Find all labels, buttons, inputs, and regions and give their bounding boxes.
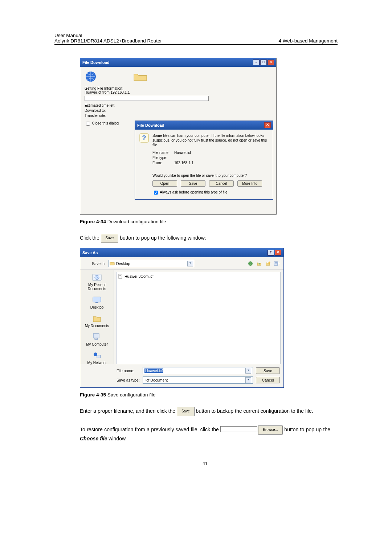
place-mycomp[interactable]: My Computer	[86, 332, 108, 346]
place-mydocs[interactable]: My Documents	[85, 314, 109, 328]
security-title: File Download	[137, 123, 164, 127]
download-to-label: Download to:	[85, 108, 273, 113]
header-manual: User Manual	[54, 33, 162, 38]
security-dialog: File Download ✕ ? Some files can harm yo…	[135, 121, 273, 200]
cancel-button[interactable]: Cancel	[209, 180, 234, 187]
click-save-line: Click the Save button to pop up the foll…	[80, 234, 330, 243]
progress-title: File Download	[82, 60, 110, 65]
header-section: 4 Web-based Management	[278, 38, 338, 44]
chevron-down-icon: ▾	[245, 377, 251, 383]
folder-icon	[133, 71, 148, 82]
restore-paragraph: To restore configuration from a previous…	[80, 425, 330, 443]
open-button[interactable]: Open	[152, 180, 177, 187]
save-button[interactable]: Save	[181, 180, 205, 187]
save-as-dialog: Save As ? ✕ Save in: Desktop ▾	[80, 248, 284, 388]
svg-rect-15	[97, 355, 101, 358]
saveas-save-button[interactable]: Save	[256, 367, 280, 374]
security-close-button[interactable]: ✕	[264, 122, 271, 128]
back-icon[interactable]	[247, 260, 254, 267]
page-number: 41	[80, 461, 330, 466]
maximize-button[interactable]: □	[260, 60, 267, 65]
filetype-label: File type:	[152, 155, 174, 160]
views-icon[interactable]	[273, 260, 280, 267]
file-icon	[118, 274, 123, 279]
always-ask-label: Always ask before opening this type of f…	[160, 190, 227, 194]
always-ask-checkbox[interactable]	[154, 191, 158, 195]
new-folder-icon[interactable]	[265, 260, 271, 267]
svg-rect-7	[275, 264, 277, 264]
savein-value: Desktop	[116, 261, 130, 266]
savein-combobox[interactable]: Desktop ▾	[109, 260, 194, 267]
from-label: From:	[152, 160, 174, 166]
place-desktop[interactable]: Desktop	[90, 295, 104, 309]
saveas-close-button[interactable]: ✕	[275, 250, 281, 256]
saveas-title: Save As	[82, 250, 98, 255]
inline-browse-button[interactable]: Browse...	[258, 425, 283, 435]
security-titlebar: File Download ✕	[135, 121, 273, 130]
inline-save-button-1[interactable]: Save	[101, 234, 119, 243]
chevron-down-icon: ▾	[245, 368, 251, 374]
desktop-folder-icon	[110, 261, 115, 266]
backup-paragraph: Enter a proper filename, and then click …	[80, 407, 330, 416]
type-value: .icf Document	[144, 378, 168, 382]
up-folder-icon[interactable]	[256, 260, 262, 267]
svg-rect-10	[93, 297, 101, 302]
svg-text:?: ?	[142, 134, 146, 142]
svg-point-3	[248, 261, 253, 266]
places-bar: My Recent Documents Desktop My Documents…	[80, 270, 114, 364]
progress-titlebar: File Download – □ ✕	[80, 58, 276, 67]
file-list[interactable]: Huawei-3Com.icf	[116, 272, 281, 364]
filename-field-label: File name:	[114, 368, 143, 373]
filename-label: File name:	[152, 150, 174, 155]
progress-bar	[85, 96, 209, 101]
svg-rect-18	[119, 276, 121, 276]
close-dialog-checkbox[interactable]	[86, 122, 90, 126]
more-info-button[interactable]: More Info	[237, 180, 262, 187]
saveas-titlebar: Save As ? ✕	[80, 248, 283, 257]
svg-rect-6	[275, 262, 277, 263]
minimize-button[interactable]: –	[253, 60, 260, 65]
filename-input-value: Huawei.icf	[144, 368, 163, 373]
filename-input[interactable]: Huawei.icf ▾	[143, 367, 253, 374]
close-button[interactable]: ✕	[268, 60, 274, 65]
svg-point-4	[269, 262, 270, 264]
file-item-label: Huawei-3Com.icf	[124, 274, 154, 278]
figure-35-caption: Figure 4-35 Save configuration file	[80, 392, 330, 398]
chevron-down-icon: ▾	[187, 261, 193, 266]
svg-rect-11	[95, 302, 98, 303]
svg-rect-17	[119, 275, 121, 276]
from-value: 192.168.1.1	[174, 161, 193, 165]
est-time-label: Estimated time left	[85, 103, 273, 108]
getting-info-label: Getting File Information:	[85, 86, 273, 90]
saveas-cancel-button[interactable]: Cancel	[256, 377, 280, 383]
security-warning: Some files can harm your computer. If th…	[152, 133, 269, 147]
transfer-rate-label: Transfer rate:	[85, 113, 273, 118]
security-question: Would you like to open the file or save …	[152, 174, 269, 178]
inline-path-field[interactable]	[220, 426, 257, 432]
globe-icon	[85, 70, 97, 83]
type-combobox[interactable]: .icf Document ▾	[143, 376, 253, 384]
header-product: Aolynk DR811/DR814 ADSL2+Broadband Route…	[54, 38, 162, 44]
question-icon: ?	[139, 133, 149, 143]
help-button[interactable]: ?	[268, 250, 274, 256]
svg-rect-13	[95, 338, 98, 339]
download-progress-dialog: File Download – □ ✕	[80, 58, 277, 215]
inline-save-button-2[interactable]: Save	[177, 407, 195, 416]
savein-label: Save in:	[86, 261, 106, 266]
source-label: Huawei.icf from 192.168.1.1	[85, 90, 273, 94]
page-header: User Manual Aolynk DR811/DR814 ADSL2+Bro…	[54, 33, 338, 45]
svg-rect-12	[93, 334, 99, 338]
close-dialog-label: Close this dialog	[92, 121, 119, 125]
file-item[interactable]: Huawei-3Com.icf	[118, 274, 279, 279]
filename-value: Huawei.icf	[174, 151, 191, 155]
type-field-label: Save as type:	[114, 378, 143, 382]
figure-34-caption: Figure 4-34 Download configuration file	[80, 219, 330, 224]
place-mynet[interactable]: My Network	[87, 351, 107, 365]
place-recent[interactable]: My Recent Documents	[80, 273, 114, 291]
